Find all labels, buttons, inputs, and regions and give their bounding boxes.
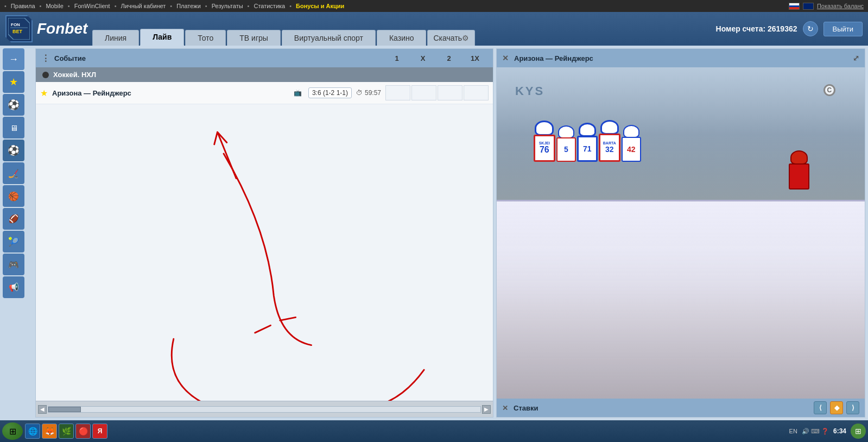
account-bar: Номер счета: 2619362 ↻ Выйти xyxy=(716,21,863,36)
col-1x: 1X xyxy=(462,54,487,62)
content-area: → ★ ⚽ 🖥 ⚽ 🏒 🏀 🏈 🎾 🎮 📢 ⋮ Событие 1 X 2 1X… xyxy=(0,46,868,420)
sidebar-item-american-football[interactable]: 🏈 xyxy=(3,208,24,230)
nav-mobile[interactable]: Mobile xyxy=(46,3,63,9)
show-balance-link[interactable]: Показать баланс xyxy=(817,3,864,9)
close-bets-button[interactable]: ✕ xyxy=(502,404,508,412)
draw-area xyxy=(36,104,493,401)
tab-casino[interactable]: Казино xyxy=(377,30,427,46)
logo-text: Fonbet xyxy=(37,20,87,37)
nav-rules[interactable]: Правила xyxy=(11,3,35,9)
sidebar-item-basketball[interactable]: 🏀 xyxy=(3,185,24,207)
logo: FON BET Fonbet xyxy=(5,15,92,42)
tab-tv[interactable]: ТВ игры xyxy=(227,30,281,46)
bets-action-orange[interactable]: ◆ xyxy=(830,401,843,414)
main-nav: Линия Лайв Тото ТВ игры Виртуальный спор… xyxy=(92,12,716,46)
sidebar-item-favorites[interactable]: ★ xyxy=(3,71,24,93)
sport-title: Хоккей. НХЛ xyxy=(53,71,96,79)
event-col-header: Событие xyxy=(54,54,86,62)
odds-cell-x[interactable] xyxy=(411,85,436,100)
tab-layv[interactable]: Лайв xyxy=(140,29,184,46)
maximize-icon[interactable]: ⤢ xyxy=(853,54,859,62)
flag-uk[interactable] xyxy=(803,3,814,10)
logout-button[interactable]: Выйти xyxy=(823,22,863,36)
bets-label: Ставки xyxy=(514,404,538,412)
tab-toto[interactable]: Тото xyxy=(185,30,226,46)
nav-fonwinclient[interactable]: FonWinClient xyxy=(74,3,110,9)
nav-results[interactable]: Результаты xyxy=(212,3,243,9)
bets-prev-button[interactable]: ⟨ xyxy=(814,401,827,414)
clock-area: 6:34 xyxy=(833,427,846,435)
top-right: Показать баланс xyxy=(789,3,864,10)
sport-indicator xyxy=(42,72,49,78)
start-button[interactable]: ⊞ xyxy=(2,422,23,440)
sidebar-item-soccer2[interactable]: ⚽ xyxy=(3,140,24,161)
hockey-broadcast: SKJEI 76 5 xyxy=(497,67,865,399)
taskbar-time: 6:34 xyxy=(833,427,846,435)
sidebar-item-hockey[interactable]: 🏒 xyxy=(3,162,24,184)
scroll-right-btn[interactable]: ▶ xyxy=(482,405,491,414)
taskbar-browser3[interactable]: 🔴 xyxy=(75,424,91,439)
nav-cabinet[interactable]: Личный кабинет xyxy=(121,3,166,9)
video-area: SKJEI 76 5 xyxy=(497,67,865,399)
sidebar-item-gaming[interactable]: 🎮 xyxy=(3,254,24,275)
taskbar-start-orb[interactable]: ⊞ xyxy=(851,424,866,439)
account-number: Номер счета: 2619362 xyxy=(716,24,797,33)
panel-header: ⋮ Событие 1 X 2 1X xyxy=(36,49,493,67)
svg-text:BET: BET xyxy=(12,29,23,34)
sidebar: → ★ ⚽ 🖥 ⚽ 🏒 🏀 🏈 🎾 🎮 📢 xyxy=(3,48,33,418)
taskbar-icons: 🔊 ⌨ ❓ xyxy=(802,428,829,435)
orb-icon: ⊞ xyxy=(855,427,861,435)
close-right-panel-button[interactable]: ✕ xyxy=(502,54,509,62)
taskbar-ie[interactable]: 🌐 xyxy=(25,424,40,439)
nav-payments[interactable]: Платежи xyxy=(176,3,201,9)
right-panel-title: Аризона — Рейнджерс xyxy=(514,54,593,62)
sidebar-item-esports[interactable]: 🖥 xyxy=(3,117,24,138)
odds-cell-1[interactable] xyxy=(385,85,410,100)
odds-cell-2[interactable] xyxy=(438,85,462,100)
tab-virtual[interactable]: Виртуальный спорт xyxy=(282,30,376,46)
match-row: ★ Аризона — Рейнджерс 📺 3:6 (1-2 1-1) ⏱ … xyxy=(36,82,493,104)
header: FON BET Fonbet Линия Лайв Тото ТВ игры В… xyxy=(0,12,868,46)
odds-cell-1x[interactable] xyxy=(464,85,489,100)
taskbar-apps: 🌐 🦊 🌿 🔴 Я xyxy=(25,424,787,439)
sport-section-header: Хоккей. НХЛ xyxy=(36,67,493,82)
bets-bar-actions: ⟨ ◆ ⟩ xyxy=(814,401,859,414)
panel-drag-dots: ⋮ xyxy=(41,53,50,64)
scroll-left-btn[interactable]: ◀ xyxy=(38,405,47,414)
scrollbar-thumb[interactable] xyxy=(48,407,81,412)
sidebar-item-soccer[interactable]: ⚽ xyxy=(3,94,24,116)
taskbar-browser2[interactable]: 🌿 xyxy=(59,424,74,439)
right-panel: ✕ Аризона — Рейнджерс ⤢ xyxy=(496,48,865,418)
bets-bar: ✕ Ставки ⟨ ◆ ⟩ xyxy=(497,399,865,417)
taskbar-yandex[interactable]: Я xyxy=(92,424,107,439)
language-label: EN xyxy=(789,428,797,434)
col-x: X xyxy=(410,54,435,62)
scrollbar-track[interactable] xyxy=(48,406,481,413)
flag-russia[interactable] xyxy=(789,3,800,10)
taskbar-right: EN 🔊 ⌨ ❓ 6:34 ⊞ xyxy=(789,424,866,439)
gear-icon: ⚙ xyxy=(462,34,469,42)
sidebar-item-arrow[interactable]: → xyxy=(3,48,24,70)
nav-stats[interactable]: Статистика xyxy=(254,3,285,9)
start-icon: ⊞ xyxy=(9,426,16,437)
panel-cols: 1 X 2 1X xyxy=(384,54,487,62)
tab-liniya[interactable]: Линия xyxy=(92,30,139,46)
tab-download[interactable]: Скачать ⚙ xyxy=(427,30,475,46)
bets-next-button[interactable]: ⟩ xyxy=(846,401,859,414)
tv-icon: 📺 xyxy=(294,89,302,97)
taskbar-browser1[interactable]: 🦊 xyxy=(42,424,57,439)
nav-bonuses[interactable]: Бонусы и Акции xyxy=(296,3,344,9)
sidebar-item-tennis[interactable]: 🎾 xyxy=(3,231,24,252)
bottom-scrollbar: ◀ ▶ xyxy=(36,401,493,417)
logo-icon: FON BET xyxy=(5,15,33,42)
taskbar: ⊞ 🌐 🦊 🌿 🔴 Я EN 🔊 ⌨ ❓ 6:34 ⊞ xyxy=(0,420,868,442)
col-1: 1 xyxy=(384,54,409,62)
match-favorite-star[interactable]: ★ xyxy=(40,88,48,98)
right-panel-header: ✕ Аризона — Рейнджерс ⤢ xyxy=(497,49,865,67)
sidebar-item-megaphone[interactable]: 📢 xyxy=(3,276,24,298)
odds-cells xyxy=(385,85,489,100)
refresh-button[interactable]: ↻ xyxy=(803,21,818,36)
match-name[interactable]: Аризона — Рейнджерс xyxy=(52,89,287,97)
top-nav: • Правила • Mobile • FonWinClient • Личн… xyxy=(4,3,344,9)
match-score: 3:6 (1-2 1-1) xyxy=(308,87,352,98)
